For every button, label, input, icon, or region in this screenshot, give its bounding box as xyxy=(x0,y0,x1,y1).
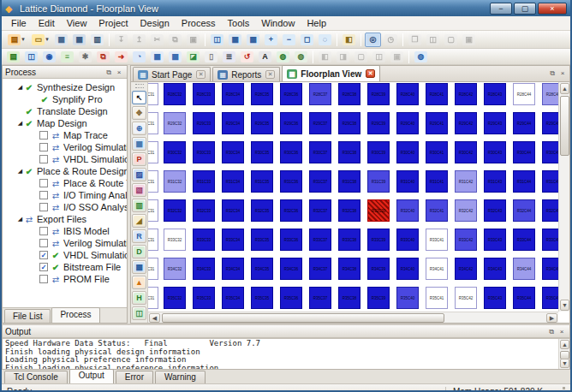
fpga-tile[interactable]: R31C37 xyxy=(309,170,331,193)
doc-float-icon[interactable]: ⧉ xyxy=(547,68,557,78)
fpga-tile[interactable]: R30C44 xyxy=(513,141,535,163)
fpga-tile[interactable]: R28C33 xyxy=(193,83,215,105)
find-button[interactable]: ◎ xyxy=(365,33,381,47)
fpga-tile[interactable]: R33C32 xyxy=(164,229,186,251)
fpga-tile[interactable]: R32C35 xyxy=(251,199,273,222)
fpga-tile[interactable]: R34C31 xyxy=(148,258,158,280)
tab-floorplan-view[interactable]: ▦Floorplan View✕ xyxy=(282,65,380,81)
process-checkbox[interactable] xyxy=(39,239,48,247)
fpga-tile[interactable]: R34C41 xyxy=(426,258,448,280)
panel-tab-file-list[interactable]: File List xyxy=(4,309,51,323)
layout-three-button[interactable]: ▢ xyxy=(353,50,369,64)
fpga-tile[interactable]: R32C45 xyxy=(542,199,558,222)
scroll-right-icon[interactable]: ▶ xyxy=(546,313,557,323)
pan-tool[interactable]: ✥ xyxy=(132,106,146,120)
process-checkbox[interactable] xyxy=(39,143,48,151)
scroll-up-icon[interactable]: ▲ xyxy=(560,83,569,94)
tab-close-icon[interactable]: ✕ xyxy=(265,70,275,79)
edit-tool[interactable]: ◢ xyxy=(132,214,146,228)
fpga-tile[interactable]: R35C41 xyxy=(426,287,448,309)
fpga-tile[interactable]: R32C44 xyxy=(513,199,535,222)
process-tree-item[interactable]: ⇄IBIS Model xyxy=(3,225,127,237)
process-checkbox[interactable] xyxy=(39,191,48,199)
fpga-tile[interactable]: R35C35 xyxy=(251,287,273,309)
console-tab-error[interactable]: Error xyxy=(116,371,153,383)
run-button[interactable]: ➜ xyxy=(113,50,129,64)
fpga-tile[interactable]: R34C43 xyxy=(484,258,506,280)
window-tile-button[interactable]: ◫ xyxy=(425,33,441,47)
fpga-tile[interactable]: R28C32 xyxy=(164,83,186,105)
layout-one-button[interactable]: ◧ xyxy=(317,50,333,64)
fpga-tile[interactable]: R31C43 xyxy=(484,170,506,193)
fpga-tile[interactable]: R31C36 xyxy=(280,170,302,193)
fpga-tile[interactable]: R33C36 xyxy=(280,229,302,251)
fpga-tile[interactable]: R33C39 xyxy=(367,229,390,251)
fpga-tile[interactable]: R28C42 xyxy=(455,83,477,105)
fpga-tile[interactable]: R30C38 xyxy=(338,141,360,163)
fpga-tile[interactable]: R33C34 xyxy=(222,229,244,251)
fpga-tile[interactable]: R35C37 xyxy=(309,287,331,309)
timing-analysis-button[interactable]: ◧ xyxy=(341,33,357,47)
floorplan-view-tool[interactable]: ▨ xyxy=(132,168,146,181)
fpga-tile[interactable]: R31C45 xyxy=(542,170,558,193)
tab-close-icon[interactable]: ✕ xyxy=(366,69,375,78)
fpga-tile[interactable]: R35C40 xyxy=(396,287,419,309)
expander-icon[interactable]: ◢ xyxy=(16,216,24,223)
fpga-tile[interactable]: R30C32 xyxy=(164,141,186,163)
fpga-tile[interactable]: R32C37 xyxy=(309,199,331,222)
fpga-tile[interactable]: R30C39 xyxy=(367,141,390,163)
fpga-tile[interactable]: R33C41 xyxy=(426,229,448,251)
fpga-tile[interactable]: R35C32 xyxy=(164,287,186,309)
output-scrollbar[interactable]: ▲ ▼ xyxy=(558,339,569,369)
fpga-tile[interactable]: R35C31 xyxy=(148,287,158,309)
fpga-tile[interactable]: R29C37 xyxy=(309,112,331,134)
fpga-tile[interactable]: R32C33 xyxy=(193,199,215,222)
process-tree-item[interactable]: ⇄Map Trace xyxy=(3,129,127,141)
process-checkbox[interactable] xyxy=(39,179,48,187)
zoom-area-button[interactable]: ◻ xyxy=(299,33,315,47)
process-tree-item[interactable]: ⇄I/O Timing Analysis xyxy=(3,189,127,201)
zoom-tool[interactable]: ⊕ xyxy=(132,122,146,135)
fpga-tile[interactable]: R29C31 xyxy=(148,112,158,134)
package-view-tool[interactable]: ▥ xyxy=(132,199,146,212)
fpga-tile[interactable]: R35C33 xyxy=(193,287,215,309)
fpga-tile[interactable]: R30C34 xyxy=(222,141,244,163)
fpga-tile[interactable]: R31C40 xyxy=(396,170,419,193)
console-tab-output[interactable]: Output xyxy=(69,369,114,383)
panel-close-icon[interactable]: × xyxy=(114,68,124,77)
web-settings-button[interactable]: ◍ xyxy=(293,50,309,64)
fpga-tile[interactable]: R32C36 xyxy=(280,199,302,222)
floorplan-horizontal-scrollbar[interactable]: ◀ ▶ xyxy=(148,312,558,323)
fpga-tile[interactable]: R28C34 xyxy=(222,83,244,105)
process-checkbox[interactable] xyxy=(39,131,48,140)
design-summary-button[interactable]: ◫ xyxy=(209,33,225,47)
paste-button[interactable]: ▣ xyxy=(185,33,201,47)
print-button[interactable]: ▥ xyxy=(89,33,105,47)
process-checkbox[interactable]: ✓ xyxy=(39,251,48,259)
output-scroll-down-icon[interactable]: ▼ xyxy=(560,359,569,368)
fpga-tile[interactable]: R34C34 xyxy=(222,258,244,280)
power-calculator-button[interactable]: ◪ xyxy=(185,50,201,64)
menu-process[interactable]: Process xyxy=(176,17,222,29)
fpga-tile[interactable]: R31C42 xyxy=(455,170,477,193)
process-checkbox[interactable] xyxy=(39,155,48,163)
route-tool[interactable]: R xyxy=(132,229,146,243)
fpga-tile[interactable]: R31C31 xyxy=(148,170,158,193)
process-tree-item[interactable]: ◢✔Place & Route Design xyxy=(3,165,127,177)
fpga-tile[interactable]: R34C40 xyxy=(396,258,419,280)
fpga-tile[interactable]: R29C36 xyxy=(280,112,302,134)
memory-view-button[interactable]: ≣ xyxy=(221,50,237,64)
fpga-tile[interactable]: R34C42 xyxy=(455,258,477,280)
fpga-tile[interactable]: R34C37 xyxy=(309,258,331,280)
doc-close-icon[interactable]: × xyxy=(557,68,568,78)
process-tree-item[interactable]: ⇄Verilog Simulation File xyxy=(3,141,127,153)
fpga-tile[interactable]: R35C39 xyxy=(367,287,390,309)
fpga-tile[interactable]: R29C38 xyxy=(338,112,360,134)
output-float-icon[interactable]: ⧉ xyxy=(546,327,557,336)
fpga-tile[interactable]: R30C41 xyxy=(426,141,448,163)
fpga-tile[interactable]: R32C40 xyxy=(396,199,419,222)
fpga-tile[interactable]: R30C40 xyxy=(396,141,419,163)
fpga-tile[interactable]: R30C42 xyxy=(455,141,477,163)
process-tree-item[interactable]: ⇄Verilog Simulation File xyxy=(3,237,127,249)
physical-view-tool[interactable]: ▧ xyxy=(132,183,146,197)
